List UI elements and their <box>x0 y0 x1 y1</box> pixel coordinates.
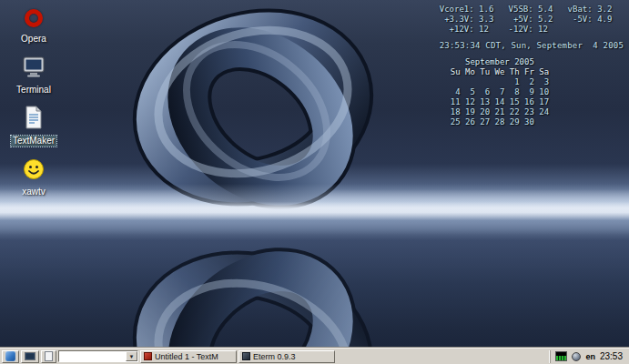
desktop-icon-terminal[interactable]: Terminal <box>5 54 62 96</box>
sensor-line: Vcore1: 1.6 V5SB: 5.4 vBat: 3.2 <box>440 5 624 15</box>
start-menu-icon <box>5 351 15 361</box>
desktop-icon-xawtv[interactable]: xawtv <box>5 156 62 198</box>
taskbar: ▼ Untitled 1 - TextM Eterm 0.9.3 en 23:5… <box>0 348 629 364</box>
torus-knot-reflection <box>117 229 390 364</box>
tray-status-icon[interactable] <box>572 352 581 361</box>
desktop-icon-label: xawtv <box>20 187 47 197</box>
sensor-line: +12V: 12 -12V: 12 <box>440 25 624 35</box>
desktop-icon-label: Opera <box>19 34 48 45</box>
calendar-row: 25 26 27 28 29 30 <box>451 117 624 127</box>
cpu-monitor-icon[interactable] <box>555 351 567 361</box>
torus-knot-graphic <box>117 0 390 228</box>
terminal-launcher-icon <box>25 352 36 360</box>
textmaker-task-icon <box>144 352 152 360</box>
start-menu-button[interactable] <box>2 350 19 363</box>
textmaker-icon <box>5 105 62 129</box>
task-button-textmaker[interactable]: Untitled 1 - TextM <box>140 350 237 363</box>
calendar-row: 1 2 3 <box>451 77 624 87</box>
calendar-row: 11 12 13 14 15 16 17 <box>451 97 624 107</box>
opera-icon <box>5 3 62 27</box>
system-tray: en 23:53 <box>550 350 627 363</box>
calendar-title: September 2005 <box>451 57 624 67</box>
calendar-row: 18 19 20 21 22 23 24 <box>451 107 624 117</box>
chevron-down-icon[interactable]: ▼ <box>126 351 137 361</box>
desktop-icon-label: Terminal <box>15 85 53 96</box>
window-list-dropdown[interactable]: ▼ <box>58 350 138 362</box>
eterm-task-icon <box>242 352 250 360</box>
window-list-value <box>59 351 126 361</box>
task-button-eterm[interactable]: Eterm 0.9.3 <box>238 350 335 363</box>
desktop-icon-label: TextMaker <box>11 136 56 147</box>
keyboard-layout-indicator[interactable]: en <box>585 352 595 361</box>
system-monitor: Vcore1: 1.6 V5SB: 5.4 vBat: 3.2 +3.3V: 3… <box>440 5 624 127</box>
editor-quicklaunch-button[interactable] <box>41 350 56 363</box>
smiley-icon <box>5 156 62 180</box>
task-button-label: Untitled 1 - TextM <box>155 352 218 361</box>
sensor-line: +3.3V: 3.3 +5V: 5.2 -5V: 4.9 <box>440 15 624 25</box>
terminal-quicklaunch-button[interactable] <box>21 350 39 363</box>
desktop-icon-textmaker[interactable]: TextMaker <box>5 105 62 147</box>
document-launcher-icon <box>45 351 53 361</box>
desktop-icon-opera[interactable]: Opera <box>5 3 62 46</box>
calendar: September 2005 Su Mo Tu We Th Fr Sa 1 2 … <box>440 57 624 127</box>
task-button-label: Eterm 0.9.3 <box>253 352 296 361</box>
taskbar-clock: 23:53 <box>600 351 624 361</box>
calendar-row: 4 5 6 7 8 9 10 <box>451 87 624 97</box>
desktop-icon-column: Opera Terminal <box>5 3 62 207</box>
desktop: Opera Terminal <box>0 0 629 364</box>
clock-date-line: 23:53:34 CDT, Sun, September 4 2005 <box>440 41 624 51</box>
calendar-weekday-header: Su Mo Tu We Th Fr Sa <box>451 67 624 77</box>
terminal-icon <box>5 54 62 78</box>
